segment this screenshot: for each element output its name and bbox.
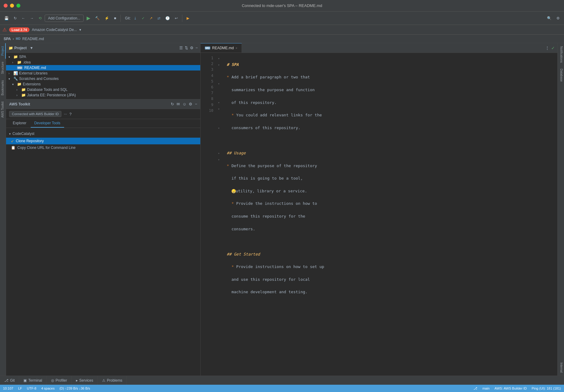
aws-email-icon[interactable]: ✉ — [177, 102, 180, 106]
minimize-button[interactable] — [10, 4, 14, 8]
status-encoding[interactable]: LF — [18, 387, 22, 390]
sidebar-item-project[interactable]: Project — [0, 43, 6, 59]
code-line-2: * Add a brief paragraph or two that — [227, 74, 552, 81]
spa-chevron-icon: ▾ — [9, 55, 12, 59]
aws-tree-item-clone[interactable]: ↙ Clone Repository — [6, 138, 200, 144]
build-button[interactable]: 🔨 — [93, 15, 101, 22]
aws-tree-item-copy-url[interactable]: 📋 Copy Clone URL for Command Line — [6, 144, 200, 151]
bottom-tab-terminal[interactable]: ▣ Terminal — [19, 376, 46, 385]
aws-panel-header: AWS Toolkit ↻ ✉ ☺ ⚙ − — [6, 99, 200, 109]
panel-gear-icon[interactable]: ⚙ — [190, 46, 194, 50]
close-button[interactable] — [4, 4, 8, 8]
panel-minimize-icon[interactable]: − — [195, 46, 198, 50]
maximize-button[interactable] — [16, 4, 20, 8]
breadcrumb-project[interactable]: SPA — [4, 37, 11, 41]
aws-help-icon[interactable]: ? — [69, 112, 71, 116]
stop-button[interactable]: ■ — [112, 15, 118, 22]
idea-label: .idea — [23, 60, 31, 64]
undo-button[interactable]: ⟲ — [37, 15, 43, 22]
status-indent[interactable]: 4 spaces — [41, 387, 55, 390]
codecatalyst-section[interactable]: ▾ CodeCatalyst — [6, 130, 200, 138]
forward-button[interactable]: → — [28, 15, 36, 22]
fold-spacer-4 — [216, 93, 222, 100]
bulb-icon: 💡 — [232, 189, 236, 193]
project-settings-button[interactable]: ▼ — [28, 45, 35, 51]
line-number-7: 7 — [201, 90, 213, 96]
fold-spacer-1 — [216, 68, 222, 74]
right-tab-internal[interactable]: Internal — [558, 359, 564, 376]
git-fetch-button[interactable]: ⤓ — [132, 15, 139, 22]
run-button[interactable]: ▶ — [85, 14, 92, 22]
ext-lib-icon: 📊 — [13, 71, 18, 75]
debug-build-button[interactable]: ⚡ — [103, 15, 111, 22]
bottom-tab-git[interactable]: ⎇ Git — [0, 376, 19, 385]
services-tab-label: Services — [79, 378, 93, 383]
git-tab-icon: ⎇ — [4, 378, 9, 383]
right-tab-notifications[interactable]: Notifications — [558, 43, 564, 66]
line-number-5: 5 — [201, 79, 213, 84]
aws-run-button[interactable]: ▶ — [185, 15, 191, 22]
breadcrumb-file[interactable]: README.md — [22, 37, 44, 41]
panel-sort-icon[interactable]: ⇅ — [185, 46, 188, 50]
sidebar-item-structure[interactable]: Structure — [0, 59, 6, 77]
aws-minimize-icon[interactable]: − — [195, 102, 197, 106]
codecatalyst-chevron-icon: ▾ — [9, 132, 11, 136]
editor-content[interactable]: 1 2 3 4 5 6 7 8 9 10 — [201, 53, 557, 376]
fold-arrow-1[interactable]: ▾ — [216, 55, 222, 62]
panel-layout-icon[interactable]: ☰ — [179, 46, 183, 50]
fold-arrow-10[interactable]: ▾ — [216, 156, 222, 163]
aws-refresh-icon[interactable]: ↻ — [171, 102, 174, 106]
tree-item-database-tools[interactable]: › 📁 Database Tools and SQL — [6, 87, 200, 92]
save-button[interactable]: 💾 — [2, 15, 11, 22]
bottom-tab-problems[interactable]: ⚠ Problems — [98, 376, 127, 385]
tree-item-readme[interactable]: MD README.md — [6, 65, 200, 70]
titlebar: Connected to mde-user's SPA – README.md — [0, 0, 564, 12]
editor-more-icon[interactable]: ⋮ — [545, 46, 549, 50]
status-position[interactable]: 10:107 — [3, 387, 13, 390]
right-tab-database[interactable]: Database — [558, 66, 564, 85]
aws-tab-explorer[interactable]: Explorer — [9, 119, 30, 128]
aws-connection-more-icon[interactable]: ··· — [64, 112, 67, 116]
sidebar-item-aws-toolkit[interactable]: AWS Toolkit — [0, 98, 6, 121]
aws-emoji-icon[interactable]: ☺ — [182, 102, 186, 106]
fold-arrow-2[interactable]: ▾ — [216, 62, 222, 68]
line-number-9: 9 — [201, 102, 213, 108]
fold-arrow-5[interactable]: ▾ — [216, 100, 222, 106]
aws-gear-icon[interactable]: ⚙ — [189, 102, 192, 106]
code-line-3b: consumers of this repository. — [227, 125, 552, 131]
git-update-button[interactable]: ⇄ — [156, 15, 162, 22]
status-charset[interactable]: UTF-8 — [27, 387, 36, 390]
tree-item-external-libraries[interactable]: › 📊 External Libraries — [6, 70, 200, 76]
tree-item-spa[interactable]: ▾ 📁 SPA — [6, 54, 200, 60]
status-aws-id[interactable]: AWS: AWS Builder ID — [494, 387, 527, 390]
settings-button[interactable]: ⚙ — [555, 15, 562, 22]
fold-arrow-7[interactable]: ▾ — [216, 125, 222, 131]
aws-connection-dropdown[interactable]: Connected with AWS Builder ID — [9, 111, 61, 117]
git-history-button[interactable]: 🕐 — [163, 15, 172, 22]
bottom-tab-profiler[interactable]: ◎ Profiler — [47, 376, 72, 385]
tree-item-scratches[interactable]: ▾ 🔧 Scratches and Consoles — [6, 76, 200, 81]
aws-tab-developer-tools[interactable]: Developer Tools — [31, 119, 64, 128]
editor-tab-readme[interactable]: MD README.md × — [201, 43, 242, 53]
editor-tab-close-icon[interactable]: × — [236, 46, 237, 50]
fold-arrow-9[interactable]: ▾ — [216, 150, 222, 156]
git-merge-button[interactable]: ↗ — [148, 15, 154, 22]
notification-dropdown-icon[interactable]: ▾ — [79, 28, 81, 32]
sync-button[interactable]: ↻ — [12, 15, 19, 22]
git-rollback-button[interactable]: ↩ — [173, 15, 180, 22]
tree-item-idea[interactable]: › 📁 .idea — [6, 60, 200, 65]
bottom-tab-services[interactable]: ▸ Services — [72, 376, 98, 385]
load-badge[interactable]: Load 2.74 — [9, 27, 29, 32]
add-configuration-button[interactable]: Add Configuration... — [45, 15, 84, 22]
git-push-button[interactable]: ✓ — [140, 15, 146, 22]
status-branch[interactable]: main — [482, 387, 490, 390]
tree-item-extensions[interactable]: ▾ 📁 Extensions — [6, 81, 200, 87]
sidebar-item-bookmarks[interactable]: Bookmarks — [0, 77, 6, 98]
search-everywhere-button[interactable]: 🔍 — [545, 15, 553, 22]
back-button[interactable]: ← — [20, 15, 27, 22]
tree-item-jakarta[interactable]: › 📁 Jakarta EE: Persistence (JPA) — [6, 92, 200, 98]
code-line-10: * Provide instructions on how to set up — [227, 264, 552, 270]
fold-arrow-6[interactable]: ▾ — [216, 106, 222, 112]
fold-arrow-3[interactable]: ▾ — [216, 81, 222, 87]
code-editor[interactable]: # SPA * Add a brief paragraph or two tha… — [222, 53, 557, 376]
